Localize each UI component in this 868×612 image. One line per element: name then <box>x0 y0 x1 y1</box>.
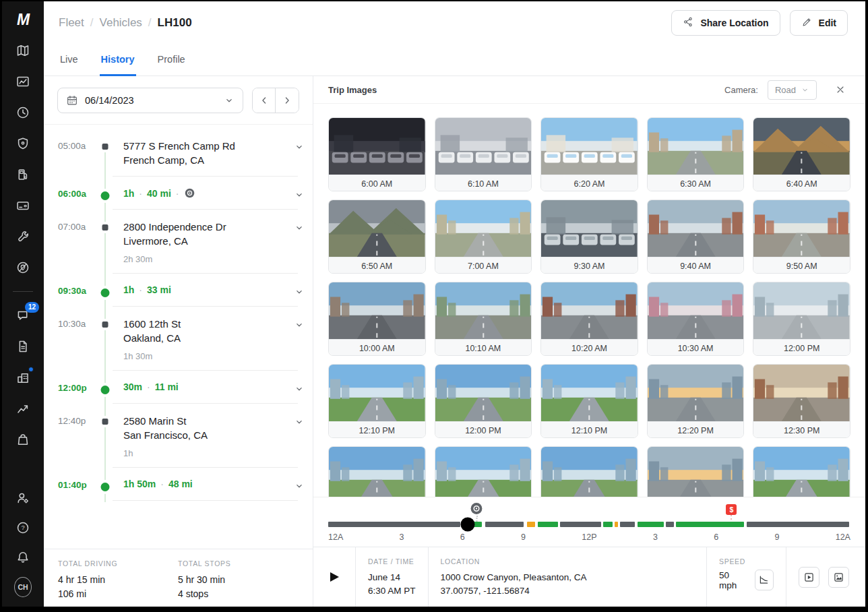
next-day-button[interactable] <box>276 88 299 113</box>
trip-image-card[interactable]: 12:10 PM <box>328 364 426 438</box>
trip-drive-row[interactable]: 06:00a1h·40 mi· <box>44 177 313 210</box>
trip-image-card[interactable]: 12:00 PM <box>435 364 532 438</box>
trip-image-card[interactable]: 6:20 AM <box>540 117 638 191</box>
trip-image-thumbnail <box>753 365 850 421</box>
breadcrumb-item[interactable]: Fleet <box>59 16 84 30</box>
expand-chevron-icon[interactable] <box>286 317 313 361</box>
trip-image-card[interactable]: 10:30 AM <box>647 282 745 356</box>
trip-image-thumbnail <box>648 365 744 421</box>
sidebar-item-marketplace-icon[interactable] <box>14 431 32 448</box>
play-button[interactable] <box>313 547 355 607</box>
sidebar-item-maintenance-icon[interactable] <box>14 228 32 245</box>
trip-drive-row[interactable]: 01:40p1h 50m·48 mi <box>44 468 313 501</box>
sidebar-item-notifications-icon[interactable] <box>14 549 32 566</box>
trip-image-card[interactable]: 6:00 AM <box>328 117 426 191</box>
timeline-segment-gray <box>747 522 849 527</box>
sidebar-item-reports-icon[interactable] <box>14 400 32 417</box>
breadcrumb-separator: / <box>90 16 94 30</box>
playhead-handle[interactable] <box>460 518 474 532</box>
trip-stop-row[interactable]: 05:00a5777 S French Camp RdFrench Camp, … <box>44 129 313 177</box>
trip-image-card[interactable]: 12:20 PM <box>647 364 745 438</box>
expand-chevron-icon[interactable] <box>286 139 313 167</box>
expand-chevron-icon[interactable] <box>286 220 313 264</box>
video-button[interactable] <box>799 567 819 588</box>
sidebar-item-dashboard-icon[interactable] <box>14 73 32 90</box>
sidebar-item-safety-icon[interactable] <box>14 135 32 152</box>
motive-logo[interactable]: M <box>2 1 44 38</box>
trip-image-card[interactable]: 7:00 AM <box>435 200 532 274</box>
trip-image-card[interactable] <box>647 446 745 497</box>
sidebar-item-admin-icon[interactable] <box>14 489 32 507</box>
speeding-event-marker[interactable]: $ <box>726 504 737 520</box>
prev-day-button[interactable] <box>253 88 276 113</box>
trip-image-timestamp: 10:00 AM <box>329 339 425 356</box>
stop-address-line2: French Camp, CA <box>123 153 286 167</box>
expand-chevron-icon[interactable] <box>286 187 313 200</box>
trip-image-card[interactable]: 6:30 AM <box>647 117 745 191</box>
trip-stop-row[interactable]: 12:40p2580 Marin StSan Francisco, CA1h <box>44 404 313 468</box>
sidebar-item-maps-icon[interactable] <box>14 42 32 59</box>
trip-image-thumbnail <box>435 282 532 339</box>
trip-image-card[interactable]: 12:10 PM <box>540 364 638 438</box>
trip-image-card[interactable]: 6:10 AM <box>435 117 532 191</box>
timeline-segment-orange <box>527 522 536 527</box>
trip-image-card[interactable]: 12:00 PM <box>753 282 850 356</box>
sidebar-item-fuel-icon[interactable] <box>14 166 32 183</box>
trip-drive-row[interactable]: 09:30a1h·33 mi <box>44 274 313 307</box>
drive-distance: 40 mi <box>147 188 171 199</box>
camera-select[interactable]: Road <box>768 80 817 100</box>
cards-icon <box>16 198 30 213</box>
tab-live[interactable]: Live <box>59 44 80 76</box>
trip-time: 07:00a <box>44 220 96 264</box>
trip-image-card[interactable]: 12:30 PM <box>753 364 850 438</box>
timeline-tick-label: 6 <box>714 532 718 542</box>
share-location-button[interactable]: Share Location <box>671 10 780 36</box>
date-picker[interactable]: 06/14/2023 <box>57 88 243 113</box>
sidebar-item-documents-icon[interactable] <box>14 338 32 355</box>
sidebar: M 12 ?CH <box>2 1 44 607</box>
dashcam-icon[interactable] <box>184 187 195 199</box>
breadcrumb-item[interactable]: Vehicles <box>100 16 142 30</box>
speed-graph-button[interactable] <box>755 570 774 590</box>
trip-image-card[interactable]: 6:50 AM <box>328 200 426 274</box>
expand-chevron-icon[interactable] <box>286 478 313 491</box>
trip-stop-row[interactable]: 10:30a1600 12th StOakland, CA1h 30m <box>44 307 313 371</box>
trip-image-thumbnail <box>753 118 850 175</box>
scrubber-track[interactable]: $ <box>328 522 850 527</box>
trip-image-card[interactable] <box>328 446 426 497</box>
tab-history[interactable]: History <box>100 44 136 76</box>
sidebar-item-time-icon[interactable] <box>14 104 32 121</box>
edit-button[interactable]: Edit <box>790 10 848 36</box>
trip-image-card[interactable]: 10:00 AM <box>328 282 426 356</box>
close-icon[interactable] <box>830 80 850 100</box>
drive-summary: 1h·40 mi· <box>123 187 286 199</box>
timeline-segment-green <box>603 522 613 527</box>
trip-image-card[interactable] <box>540 446 638 497</box>
trip-image-card[interactable]: 9:30 AM <box>540 200 638 274</box>
expand-chevron-icon[interactable] <box>286 381 313 394</box>
sidebar-item-cards-icon[interactable] <box>14 197 32 214</box>
trip-image-card[interactable] <box>435 446 532 497</box>
trip-drive-row[interactable]: 12:00p30m·11 mi <box>44 371 313 404</box>
trip-image-card[interactable]: 9:50 AM <box>753 200 850 274</box>
trip-image-timestamp: 12:00 PM <box>435 421 532 438</box>
trip-image-card[interactable]: 10:10 AM <box>435 282 532 356</box>
expand-chevron-icon[interactable] <box>286 414 313 458</box>
trip-stop-row[interactable]: 07:00a2800 Independence DrLivermore, CA2… <box>44 210 313 274</box>
user-avatar[interactable]: CH <box>14 578 32 596</box>
trip-image-card[interactable]: 6:40 AM <box>753 117 850 191</box>
stop-address-line2: Livermore, CA <box>123 234 286 248</box>
sidebar-item-messages-icon[interactable]: 12 <box>14 307 32 324</box>
sidebar-item-dispatch-icon[interactable] <box>14 259 32 276</box>
trip-image-card[interactable] <box>753 446 850 497</box>
sidebar-item-facilities-icon[interactable] <box>14 369 32 386</box>
image-button[interactable] <box>828 567 849 588</box>
event-badge: $ <box>726 504 737 515</box>
tab-profile[interactable]: Profile <box>156 44 187 76</box>
trip-image-card[interactable]: 9:40 AM <box>647 200 745 274</box>
sidebar-item-help-icon[interactable]: ? <box>14 519 32 537</box>
trip-image-card[interactable]: 10:20 AM <box>540 282 638 356</box>
expand-chevron-icon[interactable] <box>286 284 313 297</box>
tab-bar: LiveHistoryProfile <box>44 44 865 76</box>
calendar-icon <box>66 94 78 106</box>
